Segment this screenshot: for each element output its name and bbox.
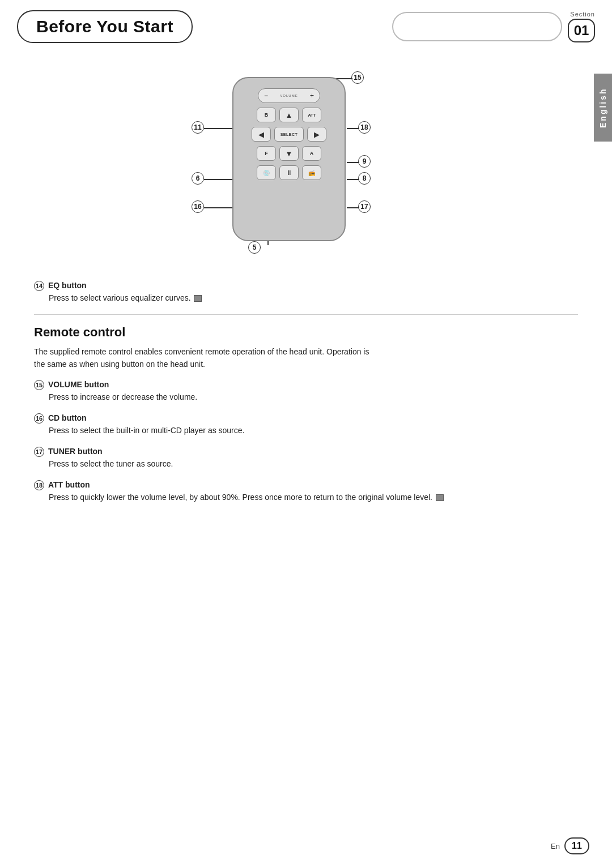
footer-page: 11 <box>564 837 589 854</box>
section-label-area: Section 01 <box>392 11 595 42</box>
row2: B ▲ ATT <box>239 108 339 122</box>
eq-description: Press to select various equalizer curves… <box>49 292 578 304</box>
eq-icon-note <box>194 295 202 302</box>
att-icon-note <box>436 494 444 501</box>
footer-lang: En <box>551 842 560 850</box>
button-17-desc: Press to select the tuner as source. <box>49 458 578 470</box>
eq-label-text: EQ button <box>48 281 87 290</box>
section-number: 01 <box>568 19 595 42</box>
button-15-desc: Press to increase or decrease the volume… <box>49 391 578 403</box>
volume-row: − VOLUME + <box>239 88 339 103</box>
row3: ◀ SELECT ▶ <box>239 127 339 142</box>
leader-line-18 <box>347 128 359 129</box>
button-17-label: 17 TUNER button <box>34 447 578 457</box>
a-btn[interactable]: A <box>302 146 321 161</box>
cd-icon-btn[interactable]: 💿 <box>257 165 276 180</box>
button-16-label: 16 CD button <box>34 413 578 424</box>
tuner-btn[interactable]: 📻 <box>302 165 321 180</box>
remote-intro-text: The supplied remote control enables conv… <box>34 345 374 371</box>
callout-18: 18 <box>358 121 371 134</box>
pause-btn[interactable]: ⏸ <box>279 165 299 180</box>
button-18-desc: Press to quickly lower the volume level,… <box>49 491 578 503</box>
leader-line-8 <box>347 179 359 180</box>
button-18-text: ATT button <box>48 480 90 489</box>
buttons-list: 15 VOLUME button Press to increase or de… <box>34 380 578 503</box>
down-btn[interactable]: ▼ <box>279 146 299 161</box>
vol-plus-icon: + <box>310 92 314 100</box>
leader-line-17 <box>347 207 359 208</box>
button-17-text: TUNER button <box>48 447 103 456</box>
button-15-section: 15 VOLUME button Press to increase or de… <box>34 380 578 403</box>
row4: F ▼ A <box>239 146 339 161</box>
button-18-label: 18 ATT button <box>34 480 578 490</box>
remote-diagram-section: 15 11 18 9 <box>34 71 578 264</box>
title-box: Before You Start <box>17 10 193 43</box>
eq-number-circle: 14 <box>34 281 44 291</box>
callout-11: 11 <box>192 121 204 134</box>
callout-16: 16 <box>192 200 204 213</box>
button-15-label: 15 VOLUME button <box>34 380 578 390</box>
button-15-text: VOLUME button <box>48 380 109 389</box>
leader-line-11 <box>204 128 233 129</box>
select-btn[interactable]: SELECT <box>274 127 304 142</box>
right-btn[interactable]: ▶ <box>307 127 326 142</box>
english-sidebar-label: English <box>594 74 612 142</box>
leader-line-6 <box>204 179 233 180</box>
section-subtitle-box <box>392 12 562 41</box>
callout-6: 6 <box>192 172 204 185</box>
att-btn[interactable]: ATT <box>302 108 321 122</box>
callout-8: 8 <box>358 172 371 185</box>
header-bar: Before You Start Section 01 <box>0 0 612 49</box>
callout-17: 17 <box>358 200 371 213</box>
remote-control-heading: Remote control <box>34 325 578 340</box>
divider <box>34 314 578 315</box>
page-title: Before You Start <box>36 17 173 36</box>
row5: 💿 ⏸ 📻 <box>239 165 339 180</box>
volume-label: VOLUME <box>280 94 298 97</box>
button-18-circle: 18 <box>34 480 44 490</box>
button-18-section: 18 ATT button Press to quickly lower the… <box>34 480 578 503</box>
left-btn[interactable]: ◀ <box>252 127 271 142</box>
page-footer: En 11 <box>551 837 589 854</box>
button-16-text: CD button <box>48 413 87 422</box>
button-16-section: 16 CD button Press to select the built-i… <box>34 413 578 437</box>
up-btn[interactable]: ▲ <box>279 108 299 122</box>
leader-line-9 <box>347 162 359 163</box>
callout-5: 5 <box>248 241 261 254</box>
button-16-circle: 16 <box>34 413 44 424</box>
eq-button-label: 14 EQ button <box>34 281 578 291</box>
b-btn[interactable]: B <box>257 108 276 122</box>
callout-9: 9 <box>358 155 371 168</box>
main-content: 15 11 18 9 <box>0 49 612 531</box>
button-17-circle: 17 <box>34 447 44 457</box>
f-btn[interactable]: F <box>257 146 276 161</box>
leader-line-16 <box>204 207 233 208</box>
page-container: Before You Start Section 01 English 15 <box>0 0 612 868</box>
callout-15: 15 <box>351 71 364 84</box>
button-17-section: 17 TUNER button Press to select the tune… <box>34 447 578 470</box>
vol-minus-icon: − <box>264 92 268 100</box>
section-label: Section <box>570 11 595 18</box>
remote-body: − VOLUME + B ▲ ATT ◀ SELECT <box>232 77 346 241</box>
volume-btn[interactable]: − VOLUME + <box>258 88 320 103</box>
button-15-circle: 15 <box>34 380 44 390</box>
button-16-desc: Press to select the built-in or multi-CD… <box>49 425 578 437</box>
eq-button-section: 14 EQ button Press to select various equ… <box>34 281 578 304</box>
remote-wrapper: 15 11 18 9 <box>187 71 425 253</box>
